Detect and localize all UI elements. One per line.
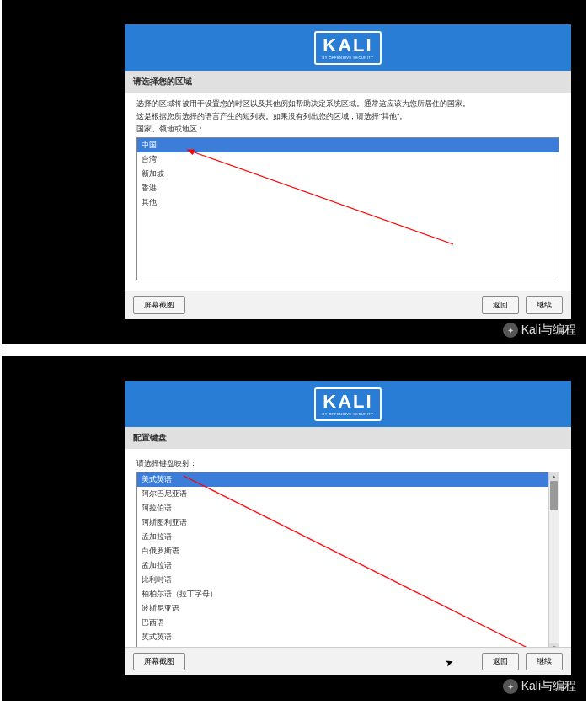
list-item-other[interactable]: 其他 bbox=[137, 195, 559, 210]
list-item[interactable]: 阿尔巴尼亚语 bbox=[137, 487, 559, 501]
watermark-text: Kali与编程 bbox=[521, 679, 576, 694]
continue-button[interactable]: 继续 bbox=[526, 653, 563, 670]
cursor-icon: ➤ bbox=[443, 656, 455, 670]
instruction-2: 这是根据您所选择的语言产生的短列表。如果没有列出您的区域，请选择"其他"。 bbox=[136, 112, 559, 122]
wechat-icon: ✦ bbox=[503, 323, 518, 338]
kali-logo: KALI BY OFFENSIVE SECURITY bbox=[314, 387, 382, 421]
list-item[interactable]: 保加利亚语（BDS 布局） bbox=[137, 644, 559, 647]
installer-window: KALI BY OFFENSIVE SECURITY 请选择您的区域 选择的区域… bbox=[125, 24, 571, 319]
list-item[interactable]: 波斯尼亚语 bbox=[137, 601, 559, 616]
step-title: 配置键盘 bbox=[125, 427, 571, 449]
scrollbar[interactable]: ▴ ▾ bbox=[548, 472, 559, 647]
list-item[interactable]: 孟加拉语 bbox=[137, 530, 559, 544]
scroll-thumb[interactable] bbox=[550, 481, 558, 510]
logo-subtext: BY OFFENSIVE SECURITY bbox=[323, 412, 374, 416]
list-item-singapore[interactable]: 新加坡 bbox=[137, 167, 559, 181]
footer: 屏幕截图 ➤ 返回 继续 bbox=[125, 647, 571, 675]
list-item-taiwan[interactable]: 台湾 bbox=[137, 152, 559, 167]
instruction-1: 选择的区域将被用于设置您的时区以及其他例如帮助决定系统区域。通常这应该为您所居住… bbox=[136, 99, 559, 109]
logo-text: KALI bbox=[323, 392, 372, 411]
list-item[interactable]: 阿拉伯语 bbox=[137, 501, 559, 515]
content-area: 选择的区域将被用于设置您的时区以及其他例如帮助决定系统区域。通常这应该为您所居住… bbox=[125, 93, 571, 291]
scroll-up-icon[interactable]: ▴ bbox=[549, 472, 559, 481]
step-title: 请选择您的区域 bbox=[125, 71, 571, 93]
content-area: 请选择键盘映射： 美式英语 阿尔巴尼亚语 阿拉伯语 阿斯图利亚语 孟加拉语 白俄… bbox=[125, 449, 571, 647]
watermark: ✦ Kali与编程 bbox=[503, 323, 576, 338]
list-item[interactable]: 孟加拉语 bbox=[137, 558, 559, 573]
watermark: ✦ Kali与编程 bbox=[503, 679, 576, 694]
screenshot-button[interactable]: 屏幕截图 bbox=[133, 296, 185, 314]
list-item-hongkong[interactable]: 香港 bbox=[137, 181, 559, 195]
list-item[interactable]: 阿斯图利亚语 bbox=[137, 515, 559, 530]
wechat-icon: ✦ bbox=[503, 679, 518, 694]
list-item[interactable]: 美式英语 bbox=[137, 472, 559, 487]
logo-subtext: BY OFFENSIVE SECURITY bbox=[323, 56, 374, 60]
list-item[interactable]: 柏柏尔语（拉丁字母） bbox=[137, 587, 559, 601]
scroll-down-icon[interactable]: ▾ bbox=[549, 643, 559, 647]
installer-panel-region: KALI BY OFFENSIVE SECURITY 请选择您的区域 选择的区域… bbox=[2, 0, 586, 344]
installer-panel-keyboard: KALI BY OFFENSIVE SECURITY 配置键盘 请选择键盘映射：… bbox=[2, 356, 586, 701]
list-label: 国家、领地或地区： bbox=[136, 125, 559, 135]
continue-button[interactable]: 继续 bbox=[526, 296, 563, 314]
screenshot-button[interactable]: 屏幕截图 bbox=[133, 653, 185, 670]
list-item[interactable]: 英式英语 bbox=[137, 630, 559, 644]
installer-window: KALI BY OFFENSIVE SECURITY 配置键盘 请选择键盘映射：… bbox=[125, 381, 571, 675]
kali-logo: KALI BY OFFENSIVE SECURITY bbox=[314, 31, 382, 65]
header: KALI BY OFFENSIVE SECURITY bbox=[125, 24, 571, 71]
list-item[interactable]: 比利时语 bbox=[137, 573, 559, 587]
list-item-china[interactable]: 中国 bbox=[137, 138, 559, 152]
list-item[interactable]: 白俄罗斯语 bbox=[137, 544, 559, 558]
back-button[interactable]: 返回 bbox=[482, 653, 519, 670]
header: KALI BY OFFENSIVE SECURITY bbox=[125, 381, 571, 427]
list-item[interactable]: 巴西语 bbox=[137, 616, 559, 630]
keyboard-listbox[interactable]: 美式英语 阿尔巴尼亚语 阿拉伯语 阿斯图利亚语 孟加拉语 白俄罗斯语 孟加拉语 … bbox=[136, 472, 559, 647]
footer: 屏幕截图 返回 继续 bbox=[125, 291, 571, 319]
list-label: 请选择键盘映射： bbox=[136, 459, 559, 469]
watermark-text: Kali与编程 bbox=[521, 323, 576, 338]
back-button[interactable]: 返回 bbox=[482, 296, 519, 314]
region-listbox[interactable]: 中国 台湾 新加坡 香港 其他 bbox=[136, 137, 559, 280]
logo-text: KALI bbox=[323, 36, 372, 55]
